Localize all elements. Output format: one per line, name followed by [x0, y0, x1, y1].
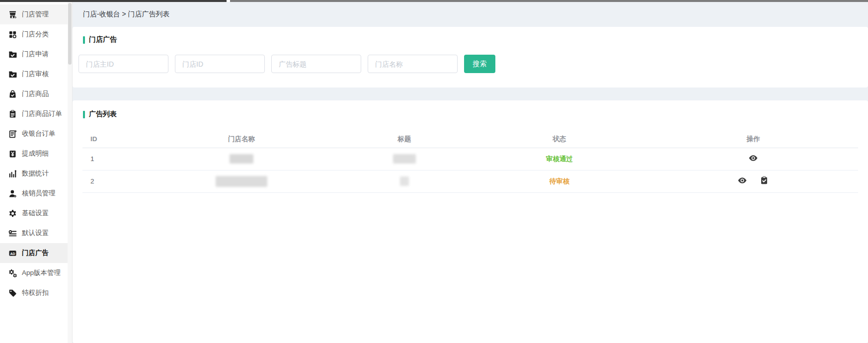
double-gear-icon [8, 269, 17, 277]
folder-check-icon [8, 70, 17, 79]
search-button[interactable]: 搜索 [464, 55, 495, 73]
column-header-store-name: 门店名称 [145, 131, 338, 148]
ad-badge-icon [8, 249, 17, 257]
redacted-blur [230, 154, 253, 164]
section-accent-bar [83, 36, 85, 44]
sidebar-item-10[interactable]: 基础设置 [0, 203, 72, 223]
sidebar-item-label: 门店申请 [22, 50, 49, 59]
sidebar-item-label: 门店分类 [22, 30, 49, 39]
sidebar-item-label: 门店商品 [22, 89, 49, 98]
storefront-icon [8, 10, 17, 19]
bar-chart-icon [8, 170, 17, 178]
sidebar-item-1[interactable]: 门店分类 [0, 24, 72, 44]
cell-title-redacted [338, 170, 470, 192]
sidebar-scrollbar-track[interactable] [68, 2, 72, 343]
list-card-title: 广告列表 [73, 110, 868, 119]
sidebar-item-0[interactable]: 门店管理 [0, 4, 72, 24]
eye-icon[interactable] [749, 154, 758, 163]
store-id-input[interactable] [175, 55, 265, 73]
sidebar: 门店管理门店分类门店申请门店审核门店商品门店商品订单收银台订单提成明细数据统计核… [0, 2, 73, 343]
cell-store-name-redacted [145, 148, 338, 170]
redacted-blur [400, 176, 409, 186]
sidebar-item-label: 数据统计 [22, 169, 49, 178]
sidebar-item-7[interactable]: 提成明细 [0, 144, 72, 164]
receipt-icon [8, 130, 17, 138]
person-gear-icon [8, 189, 17, 198]
main-area: 门店-收银台 > 门店广告列表 门店广告 搜索 广告列表 [73, 2, 868, 343]
sidebar-item-label: 核销员管理 [22, 189, 56, 198]
categories-icon [8, 30, 17, 39]
column-header-actions: 操作 [649, 131, 859, 148]
sidebar-item-label: 门店审核 [22, 70, 49, 79]
sidebar-item-5[interactable]: 门店商品订单 [0, 104, 72, 124]
checklist-icon [8, 229, 17, 238]
ad-table: ID 门店名称 标题 状态 操作 1 审核通过 [82, 131, 858, 193]
sidebar-item-11[interactable]: 默认设置 [0, 223, 72, 243]
cell-store-name-redacted [145, 170, 338, 192]
cell-actions [649, 148, 859, 170]
redacted-blur [216, 176, 267, 187]
sidebar-nav: 门店管理门店分类门店申请门店审核门店商品门店商品订单收银台订单提成明细数据统计核… [0, 2, 72, 303]
store-name-input[interactable] [368, 55, 458, 73]
tag-icon [8, 289, 17, 297]
sidebar-item-label: 门店管理 [22, 10, 49, 19]
clipboard-lines-icon [8, 110, 17, 118]
yen-ledger-icon [8, 150, 17, 158]
sidebar-item-label: 基础设置 [22, 209, 49, 218]
ad-title-input[interactable] [271, 55, 361, 73]
cell-title-redacted [338, 148, 470, 170]
cell-actions [649, 170, 859, 192]
cell-id: 1 [82, 148, 145, 170]
sidebar-item-label: 收银台订单 [22, 129, 56, 138]
sidebar-item-8[interactable]: 数据统计 [0, 164, 72, 183]
sidebar-item-2[interactable]: 门店申请 [0, 44, 72, 64]
breadcrumb: 门店-收银台 > 门店广告列表 [73, 2, 868, 27]
section-title-text: 广告列表 [89, 110, 117, 119]
sidebar-item-label: 默认设置 [22, 229, 49, 238]
sidebar-item-label: 提成明细 [22, 149, 49, 158]
sidebar-item-label: 门店广告 [22, 249, 49, 257]
status-badge: 审核通过 [546, 155, 573, 163]
sidebar-item-label: App版本管理 [22, 268, 61, 277]
section-accent-bar [83, 111, 85, 118]
sidebar-item-13[interactable]: App版本管理 [0, 263, 72, 283]
sidebar-item-6[interactable]: 收银台订单 [0, 124, 72, 144]
ad-list-card: 广告列表 ID 门店名称 标题 状态 操作 1 [73, 100, 868, 343]
table-row: 2 待审核 [82, 170, 858, 192]
column-header-status: 状态 [470, 131, 648, 148]
status-badge: 待审核 [550, 177, 570, 185]
gear-icon [8, 209, 17, 218]
search-card: 门店广告 搜索 [73, 27, 868, 87]
search-form: 搜索 [73, 55, 868, 73]
sidebar-item-14[interactable]: 特权折扣 [0, 283, 72, 303]
store-owner-id-input[interactable] [79, 55, 168, 73]
eye-icon[interactable] [738, 176, 747, 185]
sidebar-item-label: 门店商品订单 [22, 109, 62, 118]
cell-status: 审核通过 [470, 148, 648, 170]
cell-status: 待审核 [470, 170, 648, 192]
bag-icon [8, 90, 17, 98]
sidebar-item-4[interactable]: 门店商品 [0, 84, 72, 104]
sidebar-item-9[interactable]: 核销员管理 [0, 183, 72, 203]
sidebar-scrollbar-thumb[interactable] [68, 3, 72, 65]
section-title-text: 门店广告 [89, 35, 117, 44]
approve-clipboard-check-icon[interactable] [760, 176, 769, 185]
table-row: 1 审核通过 [82, 148, 858, 170]
sidebar-item-12[interactable]: 门店广告 [0, 243, 72, 263]
table-header-row: ID 门店名称 标题 状态 操作 [82, 131, 858, 148]
cell-id: 2 [82, 170, 145, 192]
column-header-title: 标题 [338, 131, 470, 148]
search-card-title: 门店广告 [73, 35, 868, 44]
column-header-id: ID [82, 131, 145, 148]
sidebar-item-label: 特权折扣 [22, 288, 49, 297]
folder-check-icon [8, 50, 17, 59]
redacted-blur [393, 154, 416, 164]
sidebar-item-3[interactable]: 门店审核 [0, 64, 72, 84]
